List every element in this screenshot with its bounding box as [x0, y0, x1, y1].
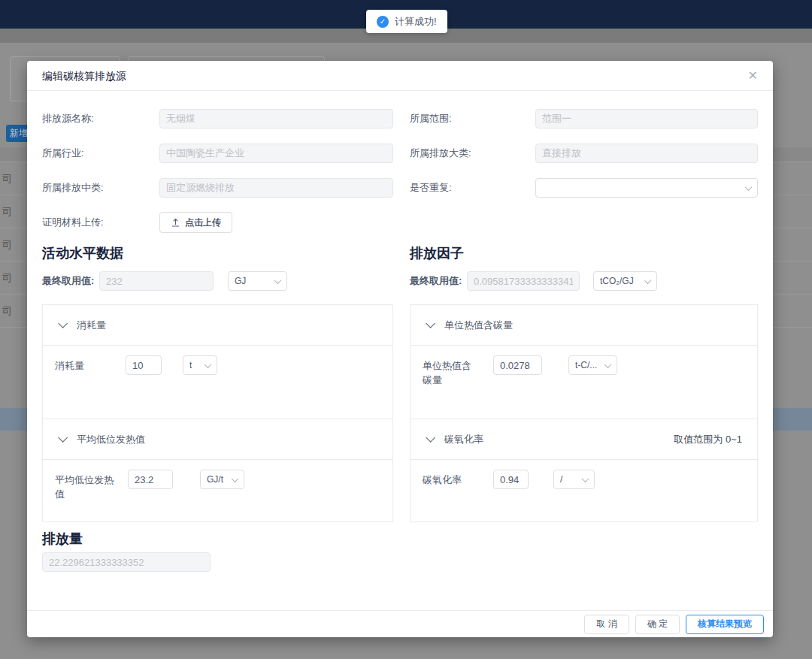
modal-title: 编辑碳核算排放源 [42, 70, 126, 82]
factor-panels: 单位热值含碳量 单位热值含碳量 t-C/... 碳氧化率 取值范围为 0~1 [410, 304, 758, 522]
form-row-source-name: 排放源名称: [42, 109, 410, 128]
consumption-input[interactable] [126, 355, 162, 375]
chevron-down-icon [232, 475, 239, 482]
panel-header-label: 单位热值含碳量 [444, 319, 513, 332]
panel-body-oxidation-rate: 碳氧化率 / [411, 460, 757, 521]
consumption-label: 消耗量 [55, 355, 114, 373]
chevron-down-icon [205, 361, 212, 368]
activity-section: 活动水平数据 最终取用值: GJ 消耗量 消耗量 [42, 244, 410, 522]
activity-panels: 消耗量 消耗量 t 平均低位发热值 [42, 304, 393, 522]
source-name-input[interactable] [159, 109, 393, 128]
carbon-content-unit: t-C/... [575, 360, 597, 370]
heating-value-unit: GJ/t [207, 474, 223, 485]
consumption-unit-select[interactable]: t [183, 355, 217, 375]
middle-class-label: 所属排放中类: [42, 181, 159, 195]
scope-label: 所属范围: [410, 112, 535, 125]
activity-final-row: 最终取用值: GJ [42, 271, 410, 291]
form-column-left: 排放源名称: 所属行业: 所属排放中类: 证明材料上传: 点击上传 [42, 109, 410, 244]
activity-unit-select[interactable]: GJ [228, 271, 287, 291]
edit-emission-source-modal: 编辑碳核算排放源 ✕ 排放源名称: 所属行业: 所属排放中类: 证明材 [27, 61, 773, 637]
confirm-button[interactable]: 确 定 [635, 615, 680, 634]
collapse-chevron-icon [426, 319, 435, 328]
oxidation-rate-unit: / [560, 474, 562, 485]
emission-section: 排放量 [42, 530, 758, 572]
collapse-chevron-icon [426, 433, 435, 443]
factor-section: 排放因子 最终取用值: tCO₂/GJ 单位热值含碳量 [410, 244, 758, 522]
industry-input[interactable] [159, 144, 393, 163]
emission-title: 排放量 [42, 530, 758, 546]
panel-header-heating-value[interactable]: 平均低位发热值 [43, 419, 392, 460]
modal-header: 编辑碳核算排放源 ✕ [27, 61, 773, 91]
middle-class-input[interactable] [159, 178, 393, 198]
emission-amount-input[interactable] [42, 552, 211, 572]
carbon-content-input[interactable] [493, 355, 542, 375]
heating-value-label: 平均低位发热值 [55, 470, 114, 501]
oxidation-rate-unit-select[interactable]: / [553, 470, 595, 489]
factor-final-row: 最终取用值: tCO₂/GJ [410, 271, 758, 291]
upload-button[interactable]: 点击上传 [159, 212, 232, 233]
panel-header-consumption[interactable]: 消耗量 [43, 305, 392, 346]
chevron-down-icon [582, 475, 589, 482]
form-row-industry: 所属行业: [42, 144, 410, 163]
form-row-middle-class: 所属排放中类: [42, 178, 410, 198]
form-row-upload: 证明材料上传: 点击上传 [42, 213, 410, 232]
panel-body-consumption: 消耗量 t [43, 346, 392, 419]
scope-input[interactable] [535, 109, 758, 128]
source-name-label: 排放源名称: [42, 112, 159, 125]
panel-header-label: 碳氧化率 [444, 433, 483, 446]
modal-footer: 取 消 确 定 核算结果预览 [27, 610, 773, 637]
activity-final-label: 最终取用值: [42, 274, 99, 288]
upload-button-label: 点击上传 [185, 216, 221, 229]
collapse-chevron-icon [58, 433, 68, 443]
close-icon[interactable]: ✕ [748, 68, 758, 83]
cancel-button[interactable]: 取 消 [584, 615, 629, 634]
preview-result-button[interactable]: 核算结果预览 [686, 615, 764, 634]
chevron-down-icon [604, 361, 612, 368]
panel-header-label: 平均低位发热值 [77, 433, 145, 446]
oxidation-rate-label: 碳氧化率 [423, 470, 481, 487]
activity-final-input[interactable] [99, 271, 214, 291]
toast-message: ✓ 计算成功! [366, 10, 447, 33]
panel-body-carbon-content: 单位热值含碳量 t-C/... [411, 346, 757, 419]
form-grid: 排放源名称: 所属行业: 所属排放中类: 证明材料上传: 点击上传 [42, 109, 758, 244]
factor-unit-select[interactable]: tCO₂/GJ [593, 271, 657, 291]
heating-value-input[interactable] [128, 470, 173, 489]
chevron-down-icon [274, 277, 282, 284]
success-check-icon: ✓ [377, 16, 389, 28]
panel-header-label: 消耗量 [77, 319, 106, 332]
panel-body-heating-value: 平均低位发热值 GJ/t [43, 460, 392, 521]
major-class-input[interactable] [535, 144, 758, 163]
form-column-right: 所属范围: 所属排放大类: 是否重复: [410, 109, 758, 244]
sections-grid: 活动水平数据 最终取用值: GJ 消耗量 消耗量 [42, 244, 758, 522]
duplicate-label: 是否重复: [410, 181, 535, 195]
consumption-unit-value: t [189, 360, 192, 370]
panel-header-oxidation-rate[interactable]: 碳氧化率 取值范围为 0~1 [411, 419, 757, 460]
oxidation-rate-range-note: 取值范围为 0~1 [674, 433, 742, 446]
panel-header-carbon-content[interactable]: 单位热值含碳量 [411, 305, 757, 346]
chevron-down-icon [644, 277, 652, 284]
chevron-down-icon [745, 183, 753, 191]
activity-title: 活动水平数据 [42, 244, 410, 261]
toast-text: 计算成功! [395, 15, 437, 29]
upload-icon [171, 218, 180, 228]
heating-value-unit-select[interactable]: GJ/t [200, 470, 244, 489]
activity-unit-value: GJ [235, 276, 246, 286]
oxidation-rate-input[interactable] [493, 470, 529, 489]
form-row-scope: 所属范围: [410, 109, 758, 128]
form-row-major-class: 所属排放大类: [410, 144, 758, 163]
factor-final-input[interactable] [467, 271, 580, 291]
factor-final-label: 最终取用值: [410, 274, 467, 288]
collapse-chevron-icon [58, 319, 68, 328]
factor-unit-value: tCO₂/GJ [600, 276, 634, 286]
duplicate-select[interactable] [535, 178, 758, 198]
industry-label: 所属行业: [42, 147, 159, 160]
modal-body: 排放源名称: 所属行业: 所属排放中类: 证明材料上传: 点击上传 [27, 91, 773, 572]
upload-label: 证明材料上传: [42, 216, 159, 229]
carbon-content-label: 单位热值含碳量 [423, 355, 475, 387]
factor-title: 排放因子 [410, 244, 758, 261]
carbon-content-unit-select[interactable]: t-C/... [568, 355, 617, 375]
major-class-label: 所属排放大类: [410, 147, 535, 160]
form-row-duplicate: 是否重复: [410, 178, 758, 198]
